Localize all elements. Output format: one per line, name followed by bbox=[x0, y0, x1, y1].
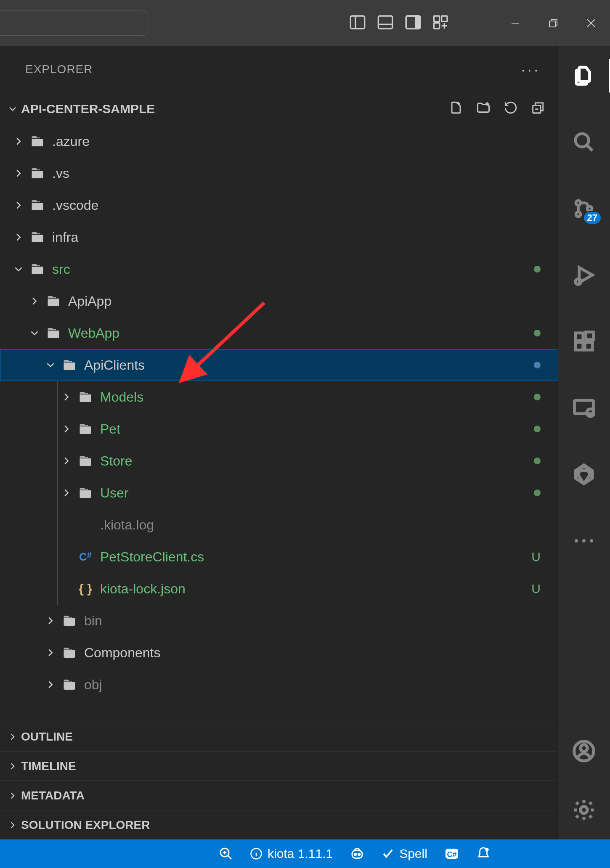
folder-icon bbox=[77, 452, 94, 470]
activity-more-icon[interactable] bbox=[571, 528, 597, 553]
file-row-petstoreclient-cs[interactable]: C#PetStoreClient.csU bbox=[0, 541, 557, 573]
folder-row-models[interactable]: Models bbox=[0, 381, 557, 413]
status-kiota-label: kiota 1.11.1 bbox=[268, 847, 333, 861]
folder-row-store[interactable]: Store bbox=[0, 445, 557, 477]
timeline-section-header[interactable]: TIMELINE bbox=[0, 751, 557, 781]
folder-icon bbox=[61, 676, 78, 693]
tree-item-label: bin bbox=[84, 613, 102, 629]
folder-row-apiapp[interactable]: ApiApp bbox=[0, 285, 557, 317]
folder-icon bbox=[29, 132, 46, 150]
status-bar: kiota 1.11.1 Spell C# bbox=[0, 839, 610, 868]
tree-item-label: .azure bbox=[52, 134, 90, 149]
tree-item-label: src bbox=[52, 262, 70, 277]
git-modified-dot bbox=[534, 266, 541, 273]
solution-explorer-section-header[interactable]: SOLUTION EXPLORER bbox=[0, 810, 557, 839]
status-copilot[interactable] bbox=[350, 846, 365, 861]
folder-row-apiclients[interactable]: ApiClients bbox=[0, 349, 557, 381]
workspace-name: API-CENTER-SAMPLE bbox=[21, 102, 155, 116]
svg-rect-9 bbox=[442, 16, 447, 21]
status-spell[interactable]: Spell bbox=[382, 847, 427, 861]
svg-rect-30 bbox=[576, 342, 583, 350]
activity-account-icon[interactable] bbox=[571, 738, 597, 764]
folder-icon bbox=[45, 292, 62, 310]
explorer-more-icon[interactable]: ··· bbox=[521, 61, 541, 78]
chevron-right-icon bbox=[24, 295, 45, 307]
chevron-down-icon bbox=[8, 263, 29, 275]
refresh-icon[interactable] bbox=[504, 101, 518, 118]
scm-badge: 27 bbox=[583, 211, 602, 225]
chevron-down-icon bbox=[4, 103, 21, 115]
svg-rect-8 bbox=[434, 23, 439, 29]
customize-layout-icon[interactable] bbox=[432, 14, 449, 32]
activity-search-icon[interactable] bbox=[571, 130, 597, 155]
activity-run-debug-icon[interactable] bbox=[571, 262, 597, 288]
folder-row-user[interactable]: User bbox=[0, 477, 557, 509]
activity-remote-icon[interactable] bbox=[571, 395, 597, 421]
chevron-right-icon bbox=[40, 614, 61, 627]
layout-panel-icon[interactable] bbox=[377, 14, 394, 32]
activity-source-control-icon[interactable]: 27 bbox=[571, 196, 597, 221]
folder-row--vs[interactable]: .vs bbox=[0, 157, 557, 189]
folder-icon bbox=[61, 356, 78, 374]
folder-row-infra[interactable]: infra bbox=[0, 221, 557, 253]
git-modified-dot bbox=[534, 426, 541, 432]
folder-row-bin[interactable]: bin bbox=[0, 605, 557, 637]
outline-section-header[interactable]: OUTLINE bbox=[0, 722, 557, 751]
window-minimize-button[interactable] bbox=[496, 0, 534, 46]
new-file-icon[interactable] bbox=[449, 101, 463, 118]
file-row-kiota-lock-json[interactable]: { }kiota-lock.jsonU bbox=[0, 573, 557, 605]
status-kiota[interactable]: kiota 1.11.1 bbox=[250, 847, 333, 861]
activity-extensions-icon[interactable] bbox=[571, 329, 597, 354]
git-untracked-dot bbox=[534, 362, 541, 368]
file-row--kiota-log[interactable]: .kiota.log bbox=[0, 509, 557, 541]
activity-explorer-icon[interactable] bbox=[571, 63, 597, 88]
window-restore-button[interactable] bbox=[534, 0, 572, 46]
git-untracked-badge: U bbox=[531, 550, 541, 564]
tree-item-label: PetStoreClient.cs bbox=[100, 549, 204, 565]
chevron-right-icon bbox=[56, 487, 77, 499]
folder-row-webapp[interactable]: WebApp bbox=[0, 317, 557, 349]
folder-row--azure[interactable]: .azure bbox=[0, 125, 557, 157]
chevron-right-icon bbox=[8, 231, 29, 243]
tree-item-label: .kiota.log bbox=[100, 517, 154, 533]
folder-row-pet[interactable]: Pet bbox=[0, 413, 557, 445]
svg-point-26 bbox=[587, 206, 592, 211]
window-controls bbox=[496, 0, 610, 46]
folder-row-obj[interactable]: obj bbox=[0, 669, 557, 701]
activity-polyhedron-icon[interactable] bbox=[571, 462, 597, 487]
metadata-section-header[interactable]: METADATA bbox=[0, 781, 557, 810]
collapsed-sections: OUTLINE TIMELINE METADATA bbox=[0, 722, 557, 839]
svg-line-23 bbox=[587, 145, 593, 151]
folder-icon bbox=[77, 484, 94, 502]
layout-sidebar-right-icon[interactable] bbox=[405, 14, 422, 32]
tree-item-label: WebApp bbox=[68, 326, 119, 341]
status-notifications-icon[interactable] bbox=[476, 847, 491, 861]
explorer-header-actions bbox=[449, 100, 545, 118]
status-zoom[interactable] bbox=[219, 847, 233, 861]
workspace-section-header[interactable]: API-CENTER-SAMPLE bbox=[0, 93, 557, 125]
folder-row--vscode[interactable]: .vscode bbox=[0, 189, 557, 221]
tree-item-label: .vscode bbox=[52, 198, 98, 213]
folder-row-components[interactable]: Components bbox=[0, 637, 557, 669]
chevron-right-icon bbox=[4, 731, 21, 742]
command-center-search[interactable] bbox=[0, 11, 148, 36]
svg-rect-13 bbox=[549, 21, 555, 27]
chevron-right-icon bbox=[8, 135, 29, 148]
layout-sidebar-left-icon[interactable] bbox=[349, 14, 366, 32]
folder-icon bbox=[29, 260, 46, 278]
tree-item-label: Models bbox=[100, 389, 143, 405]
collapse-all-icon[interactable] bbox=[530, 101, 545, 118]
activity-bar: 27 bbox=[557, 46, 610, 839]
git-modified-dot bbox=[534, 458, 541, 464]
new-folder-icon[interactable] bbox=[476, 100, 491, 118]
git-modified-dot bbox=[534, 394, 541, 400]
status-csharp[interactable]: C# bbox=[444, 846, 459, 861]
window-close-button[interactable] bbox=[572, 0, 610, 46]
folder-row-src[interactable]: src bbox=[0, 253, 557, 285]
activity-settings-icon[interactable] bbox=[571, 797, 597, 823]
folder-icon bbox=[77, 388, 94, 406]
explorer-header: EXPLORER ··· bbox=[0, 46, 557, 93]
svg-text:C#: C# bbox=[447, 850, 456, 859]
svg-point-43 bbox=[590, 539, 593, 542]
tree-item-label: kiota-lock.json bbox=[100, 581, 186, 597]
